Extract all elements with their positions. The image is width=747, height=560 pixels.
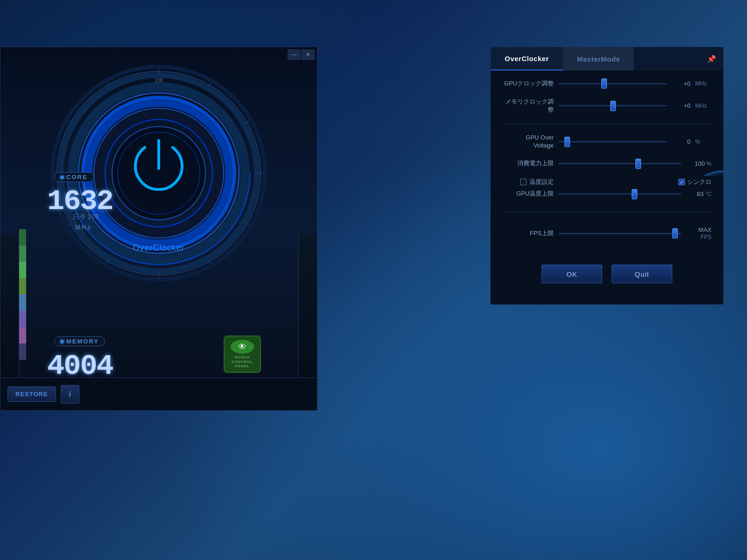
gpu-temp-label: GPU温度上限 xyxy=(502,190,554,198)
svg-text:100: 100 xyxy=(155,77,163,83)
nvidia-label: NVIDIACONTROL PANEL xyxy=(225,355,260,369)
tab-overclocker[interactable]: OverClocker xyxy=(491,47,563,70)
gpu-clock-unit: MHz xyxy=(695,80,712,87)
right-decoration xyxy=(298,234,317,378)
fps-slider[interactable] xyxy=(558,233,681,234)
gpu-temp-row: GPU温度上限 83 °C xyxy=(502,190,712,198)
window-controls: — ✕ xyxy=(285,47,317,62)
overclocker-label: OverClocker xyxy=(133,243,184,253)
fps-label: FPS上限 xyxy=(502,230,554,238)
power-limit-row: 消費電力上限 100 % xyxy=(502,160,712,168)
gpu-voltage-slider[interactable] xyxy=(558,141,667,142)
core-subtitle: 只今 278 xyxy=(73,213,99,221)
minimize-button[interactable]: — xyxy=(288,49,301,60)
quit-button[interactable]: Quit xyxy=(612,265,672,283)
power-limit-thumb[interactable] xyxy=(635,159,641,169)
memory-clock-row: メモリクロック調整 +0 MHz xyxy=(502,98,712,114)
tab-mastermode[interactable]: MasterMode xyxy=(563,47,634,70)
right-panel: OverClocker MasterMode 📌 GPUクロック調整 +0 MH… xyxy=(490,47,724,305)
gpu-clock-slider[interactable] xyxy=(558,83,667,84)
memory-indicator-dot xyxy=(60,340,64,343)
left-panel: — ✕ xyxy=(0,47,317,411)
core-indicator-dot xyxy=(60,175,64,179)
close-button[interactable]: ✕ xyxy=(302,49,315,60)
core-label: CORE xyxy=(54,172,94,182)
fps-value: MAX FPS xyxy=(686,226,712,240)
memory-clock-unit: MHz xyxy=(695,103,712,109)
memory-clock-label: メモリクロック調整 xyxy=(502,98,554,114)
gpu-temp-slider[interactable] xyxy=(558,193,681,195)
fps-thumb[interactable] xyxy=(672,228,678,238)
left-decoration xyxy=(0,234,19,378)
divider-1 xyxy=(502,124,712,125)
action-buttons: OK Quit xyxy=(502,251,712,295)
pin-icon[interactable]: 📌 xyxy=(700,47,723,70)
gpu-voltage-row: GPU OverVoltage 0 % xyxy=(502,134,712,150)
bottom-bar: RESTORE i xyxy=(0,378,317,410)
gpu-voltage-label: GPU OverVoltage xyxy=(502,134,554,150)
temp-label-text: 温度設定 xyxy=(529,178,554,186)
memory-label: MEMORY xyxy=(54,336,105,346)
core-text: CORE xyxy=(66,174,88,181)
ok-button[interactable]: OK xyxy=(542,265,602,283)
gpu-voltage-thumb[interactable] xyxy=(564,137,570,147)
power-limit-slider[interactable] xyxy=(558,163,681,164)
memory-clock-thumb[interactable] xyxy=(610,101,616,111)
restore-button[interactable]: RESTORE xyxy=(7,386,56,402)
memory-clock-value: +0 xyxy=(672,102,691,109)
gpu-clock-row: GPUクロック調整 +0 MHz xyxy=(502,80,712,88)
fps-section: FPS上限 MAX FPS xyxy=(502,212,712,240)
memory-text: MEMORY xyxy=(66,338,99,345)
nvidia-icon[interactable]: 👁 NVIDIACONTROL PANEL xyxy=(224,336,261,373)
info-button[interactable]: i xyxy=(61,385,79,404)
temp-checkbox[interactable] xyxy=(520,179,527,185)
gpu-temp-thumb[interactable] xyxy=(632,189,637,199)
color-segments xyxy=(19,229,26,360)
fan-decoration xyxy=(705,129,723,223)
nvidia-eye: 👁 xyxy=(231,340,254,354)
tab-bar: OverClocker MasterMode 📌 xyxy=(491,47,723,70)
temp-header-row: 温度設定 ✓ シンクロ xyxy=(502,178,712,186)
memory-clock-slider[interactable] xyxy=(558,105,667,106)
gpu-clock-value: +0 xyxy=(672,80,691,87)
gpu-voltage-value: 0 xyxy=(672,138,691,145)
power-limit-label: 消費電力上限 xyxy=(502,160,554,168)
temp-checkbox-label: 温度設定 xyxy=(502,178,554,186)
core-mhz: MHz xyxy=(75,224,92,231)
sync-checkbox[interactable]: ✓ xyxy=(678,179,685,185)
fps-row: FPS上限 MAX FPS xyxy=(502,226,712,240)
gpu-clock-thumb[interactable] xyxy=(601,78,607,89)
panel-content: GPUクロック調整 +0 MHz メモリクロック調整 +0 MHz GPU Ov… xyxy=(491,70,723,304)
gpu-clock-label: GPUクロック調整 xyxy=(502,80,554,88)
